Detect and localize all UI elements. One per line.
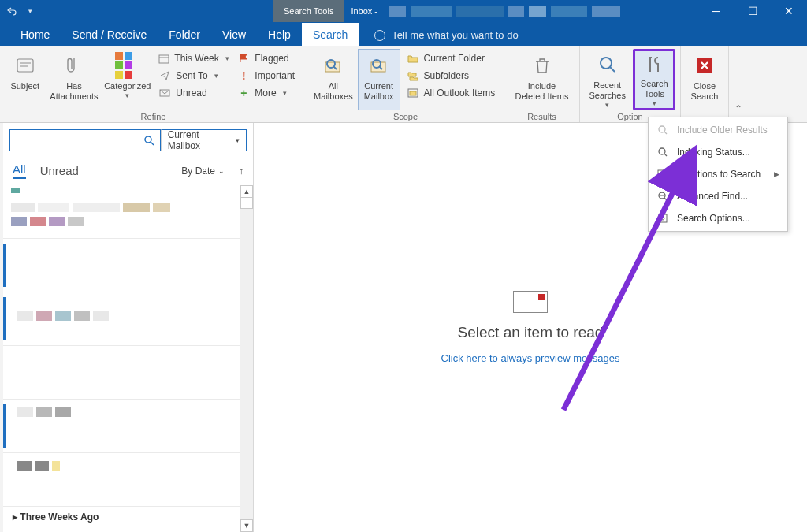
sent-to-button[interactable]: Sent To▾ — [155, 68, 231, 84]
important-icon: ! — [237, 69, 250, 82]
undo-icon[interactable] — [5, 5, 17, 17]
filter-all[interactable]: All — [13, 162, 26, 179]
sort-direction[interactable]: ↑ — [239, 166, 244, 177]
title-redacted — [389, 6, 620, 17]
svg-line-26 — [664, 198, 667, 200]
flagged-button[interactable]: Flagged — [234, 50, 302, 66]
quick-access-toolbar: ▾ — [0, 5, 36, 17]
svg-point-14 — [601, 58, 612, 69]
scrollbar[interactable]: ▲ ▼ — [240, 185, 253, 532]
has-attachments-button[interactable]: Has Attachments — [49, 49, 100, 110]
chevron-right-icon: ▶ — [774, 170, 779, 178]
subfolders-button[interactable]: Subfolders — [404, 68, 499, 84]
magnifier-icon — [656, 124, 669, 136]
group-label-refine: Refine — [5, 110, 302, 123]
tell-me-label: Tell me what you want to do — [392, 29, 518, 41]
tab-folder[interactable]: Folder — [158, 23, 211, 46]
chevron-down-icon: ⌄ — [218, 167, 225, 175]
ribbon-collapse[interactable]: ⌃ — [728, 46, 747, 122]
tell-me-box[interactable]: Tell me what you want to do — [374, 29, 518, 46]
all-outlook-items-button[interactable]: All Outlook Items — [404, 85, 499, 101]
magnifier-icon — [595, 53, 620, 77]
flag-icon — [237, 52, 250, 65]
scroll-thumb[interactable] — [240, 198, 253, 209]
svg-point-17 — [145, 136, 151, 143]
ribbon-tabstrip: Home Send / Receive Folder View Help Sea… — [0, 22, 807, 46]
current-mailbox-button[interactable]: Current Mailbox — [358, 49, 400, 110]
scroll-up[interactable]: ▲ — [240, 185, 253, 198]
chevron-down-icon: ▾ — [653, 99, 656, 108]
preview-link[interactable]: Click here to always preview messages — [441, 352, 620, 364]
chevron-down-icon: ▾ — [283, 89, 287, 97]
magnifier-icon — [656, 146, 669, 158]
svg-point-21 — [659, 148, 665, 154]
tab-home[interactable]: Home — [9, 23, 61, 46]
current-folder-button[interactable]: Current Folder — [404, 50, 499, 66]
qat-dropdown-icon[interactable]: ▾ — [24, 5, 36, 17]
locations-icon — [656, 168, 669, 180]
magnifier-envelope-icon — [366, 53, 392, 78]
tab-send-receive[interactable]: Send / Receive — [61, 23, 158, 46]
context-tab-search-tools: Search Tools — [273, 0, 344, 22]
unread-button[interactable]: Unread — [155, 85, 231, 101]
svg-rect-23 — [658, 170, 668, 178]
close-window-button[interactable]: ✕ — [771, 0, 807, 22]
group-label-scope: Scope — [312, 110, 499, 123]
group-scope: All Mailboxes Current Mailbox Current Fo… — [307, 46, 504, 122]
tab-view[interactable]: View — [211, 23, 257, 46]
scroll-down[interactable]: ▼ — [240, 519, 253, 532]
important-button[interactable]: !Important — [234, 68, 302, 84]
svg-line-15 — [610, 67, 615, 72]
bulb-icon — [374, 30, 385, 41]
group-options: Recent Searches▾ Search Tools▾ Option — [580, 46, 681, 122]
recent-searches-button[interactable]: Recent Searches▾ — [585, 49, 630, 110]
more-button[interactable]: +More▾ — [234, 85, 302, 101]
calendar-icon — [158, 52, 169, 65]
chevron-down-icon: ▾ — [605, 101, 609, 110]
svg-point-29 — [661, 217, 664, 220]
list-item[interactable] — [3, 453, 253, 507]
sort-by-date[interactable]: By Date⌄ — [181, 166, 225, 177]
group-results: Include Deleted Items Results — [504, 46, 580, 122]
list-item[interactable] — [3, 400, 253, 453]
tools-icon — [642, 54, 667, 76]
list-group-header[interactable]: ▸ Three Weeks Ago — [3, 507, 253, 523]
all-mailboxes-button[interactable]: All Mailboxes — [312, 49, 355, 110]
categorized-button[interactable]: Categorized ▾ — [102, 49, 152, 110]
maximize-button[interactable]: ☐ — [734, 0, 771, 22]
menu-advanced-find[interactable]: Advanced Find... — [649, 185, 787, 207]
chevron-down-icon: ▾ — [225, 54, 229, 62]
minimize-button[interactable]: ─ — [698, 0, 734, 22]
this-week-button[interactable]: This Week▾ — [155, 50, 231, 66]
outlook-items-icon — [407, 87, 419, 99]
search-input[interactable] — [9, 129, 138, 151]
close-search-button[interactable]: Close Search — [686, 49, 723, 110]
search-row: Current Mailbox▾ — [3, 123, 253, 158]
svg-rect-3 — [159, 55, 169, 63]
menu-locations-to-search[interactable]: Locations to Search ▶ — [649, 163, 787, 185]
list-item[interactable] — [3, 346, 253, 400]
search-scope-dropdown[interactable]: Current Mailbox▾ — [161, 129, 247, 151]
filter-unread[interactable]: Unread — [40, 164, 79, 177]
tab-help[interactable]: Help — [257, 23, 302, 46]
svg-rect-28 — [659, 214, 667, 222]
plus-icon: + — [237, 87, 250, 99]
svg-line-20 — [664, 132, 667, 134]
chevron-down-icon: ▾ — [236, 136, 240, 144]
list-item[interactable] — [3, 239, 253, 292]
subject-button[interactable]: Subject — [5, 49, 46, 110]
list-item[interactable] — [3, 185, 253, 239]
search-tools-button[interactable]: Search Tools▾ — [633, 49, 675, 110]
search-tools-menu: Include Older Results Indexing Status...… — [648, 117, 788, 232]
menu-indexing-status[interactable]: Indexing Status... — [649, 141, 787, 163]
listhead: All Unread By Date⌄ ↑ — [3, 158, 253, 185]
include-deleted-button[interactable]: Include Deleted Items — [509, 49, 575, 110]
menu-search-options[interactable]: Search Options... — [649, 207, 787, 229]
menu-include-older: Include Older Results — [649, 119, 787, 141]
envelope-icon — [513, 291, 548, 313]
svg-rect-0 — [17, 59, 33, 72]
search-go-button[interactable] — [138, 129, 161, 151]
tab-search[interactable]: Search — [302, 23, 359, 46]
ribbon: Subject Has Attachments Categorized ▾ Th… — [0, 46, 807, 123]
list-item[interactable] — [3, 292, 253, 346]
